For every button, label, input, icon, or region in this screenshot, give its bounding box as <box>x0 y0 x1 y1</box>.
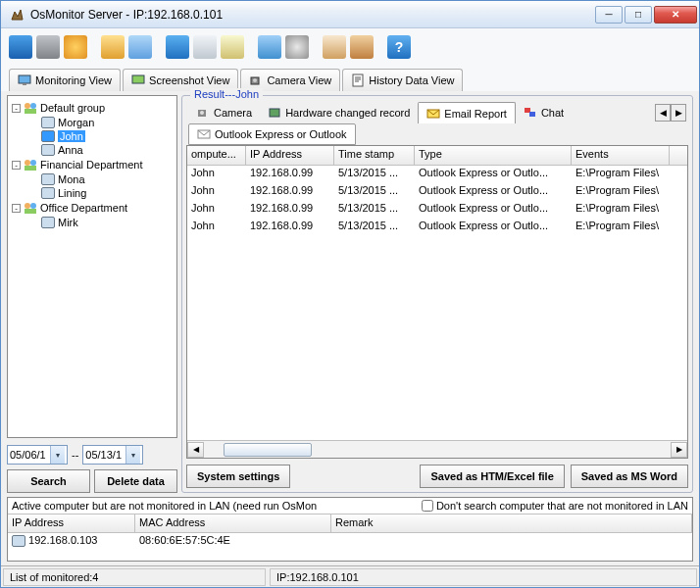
col-events[interactable]: Events <box>572 146 670 165</box>
tab-label: Hardware changed record <box>285 107 410 119</box>
tab-label: Chat <box>541 107 564 119</box>
toolbar-settings-icon[interactable] <box>36 35 60 59</box>
toolbar-users-icon[interactable] <box>64 35 87 59</box>
grid-row[interactable]: John192.168.0.995/13/2015 ...Outlook Exp… <box>187 183 687 201</box>
tree-group[interactable]: - Office Department <box>10 200 175 216</box>
tab-chat[interactable]: Chat <box>516 102 572 123</box>
tree-group[interactable]: - Financial Department <box>10 157 175 172</box>
camera-icon <box>249 74 263 87</box>
grid-body[interactable]: John192.168.0.995/13/2015 ...Outlook Exp… <box>187 166 687 440</box>
status-monitored: List of monitored:4 <box>3 568 266 586</box>
col-computer[interactable]: ompute... <box>187 146 246 165</box>
data-grid: ompute... IP Address Time stamp Type Eve… <box>186 145 688 459</box>
tree-item[interactable]: Mirk <box>10 216 175 229</box>
col-ip-address[interactable]: IP Address <box>8 514 135 532</box>
scroll-track[interactable] <box>204 442 671 458</box>
date-range-row: 05/06/1▾ -- 05/13/1▾ <box>7 444 177 466</box>
toolbar-report-icon[interactable] <box>323 35 346 59</box>
toolbar-network-icon[interactable] <box>258 35 281 59</box>
toolbar-screen-icon[interactable] <box>166 35 189 59</box>
app-window: OsMonitor Server - IP:192.168.0.101 ─ □ … <box>0 0 700 588</box>
horizontal-scrollbar[interactable]: ◀ ▶ <box>187 440 687 458</box>
date-separator: -- <box>72 449 78 461</box>
monitor-icon <box>41 130 55 142</box>
tab-nav-right[interactable]: ▶ <box>671 104 686 122</box>
close-button[interactable]: ✕ <box>654 6 697 24</box>
subtab-row: Outlook Express or Outlook <box>186 123 688 145</box>
col-remark[interactable]: Remark <box>331 514 692 532</box>
save-word-button[interactable]: Saved as MS Word <box>571 465 688 488</box>
svg-rect-0 <box>19 75 30 83</box>
group-tree[interactable]: - Default group Morgan John Anna - Finan… <box>7 95 177 438</box>
subtab-label: Outlook Express or Outlook <box>215 128 347 140</box>
grid-row[interactable]: John192.168.0.995/13/2015 ...Outlook Exp… <box>187 166 687 183</box>
toolbar-mail-icon[interactable] <box>193 35 217 59</box>
toolbar-help-icon[interactable]: ? <box>387 35 411 59</box>
toolbar-disc-icon[interactable] <box>285 35 309 59</box>
minimize-button[interactable]: ─ <box>595 6 623 24</box>
tab-label: Email Report <box>444 108 507 120</box>
group-icon <box>24 101 37 115</box>
delete-data-button[interactable]: Delete data <box>94 469 177 493</box>
lower-grid-row[interactable]: 192.168.0.103 08:60:6E:57:5C:4E <box>8 533 692 550</box>
dont-search-checkbox[interactable] <box>422 500 433 512</box>
lower-grid-header: IP Address MAC Address Remark <box>8 514 692 533</box>
date-to-input[interactable]: 05/13/1▾ <box>82 445 143 465</box>
grid-row[interactable]: John192.168.0.995/13/2015 ...Outlook Exp… <box>187 201 687 219</box>
svg-point-12 <box>25 203 30 209</box>
col-mac-address[interactable]: MAC Address <box>135 514 331 532</box>
tab-nav-left[interactable]: ◀ <box>655 104 671 122</box>
scroll-left-icon[interactable]: ◀ <box>187 442 204 458</box>
dropdown-icon[interactable]: ▾ <box>125 446 140 464</box>
subtab-outlook[interactable]: Outlook Express or Outlook <box>188 123 356 145</box>
col-type[interactable]: Type <box>415 146 572 165</box>
cell-ip: 192.168.0.103 <box>8 533 135 550</box>
group-icon <box>24 158 37 172</box>
tab-camera[interactable]: Camera <box>188 102 260 123</box>
tab-email-report[interactable]: Email Report <box>418 102 516 123</box>
monitor-icon <box>41 144 55 156</box>
grid-cell: Outlook Express or Outlo... <box>415 201 572 219</box>
scroll-thumb[interactable] <box>224 443 312 457</box>
tree-item[interactable]: Morgan <box>10 116 175 129</box>
collapse-icon[interactable]: - <box>12 104 21 113</box>
outlook-icon <box>197 127 211 141</box>
search-button[interactable]: Search <box>7 469 90 493</box>
tree-item[interactable]: Mona <box>10 172 175 186</box>
history-icon <box>351 74 365 87</box>
grid-cell: 5/13/2015 ... <box>334 183 415 201</box>
collapse-icon[interactable]: - <box>12 204 21 213</box>
tree-item[interactable]: John <box>10 129 175 143</box>
col-time[interactable]: Time stamp <box>334 146 415 165</box>
dont-search-checkbox-label[interactable]: Don't search computer that are not monit… <box>422 500 688 512</box>
maximize-button[interactable]: □ <box>625 6 652 24</box>
bottom-button-row: System settings Saved as HTM/Excel file … <box>186 465 688 488</box>
toolbar-monitor-icon[interactable] <box>9 35 32 59</box>
screenshot-icon <box>131 74 145 87</box>
grid-cell: John <box>187 183 246 201</box>
grid-row[interactable]: John192.168.0.995/13/2015 ...Outlook Exp… <box>187 219 687 236</box>
toolbar-search-icon[interactable] <box>221 35 244 59</box>
tab-history-view[interactable]: History Data View <box>342 69 463 91</box>
tab-hardware[interactable]: Hardware changed record <box>260 102 418 123</box>
toolbar-folder-icon[interactable] <box>101 35 125 59</box>
save-htm-excel-button[interactable]: Saved as HTM/Excel file <box>420 465 564 488</box>
camera-icon <box>196 106 210 120</box>
tab-monitoring-view[interactable]: Monitoring View <box>9 69 121 91</box>
system-settings-button[interactable]: System settings <box>186 465 290 488</box>
date-from-input[interactable]: 05/06/1▾ <box>7 445 68 465</box>
grid-cell: John <box>187 166 246 183</box>
col-ip[interactable]: IP Address <box>246 146 334 165</box>
monitor-icon <box>41 217 55 228</box>
grid-cell: E:\Program Files\ <box>572 166 670 183</box>
svg-rect-20 <box>529 112 535 117</box>
tree-group[interactable]: - Default group <box>10 100 175 116</box>
toolbar-key-icon[interactable] <box>128 35 152 59</box>
collapse-icon[interactable]: - <box>12 161 21 170</box>
tab-label: Camera <box>214 107 252 119</box>
tree-item[interactable]: Lining <box>10 186 175 200</box>
tree-item[interactable]: Anna <box>10 143 175 157</box>
toolbar-person-icon[interactable] <box>350 35 374 59</box>
scroll-right-icon[interactable]: ▶ <box>671 442 687 458</box>
dropdown-icon[interactable]: ▾ <box>50 446 65 464</box>
